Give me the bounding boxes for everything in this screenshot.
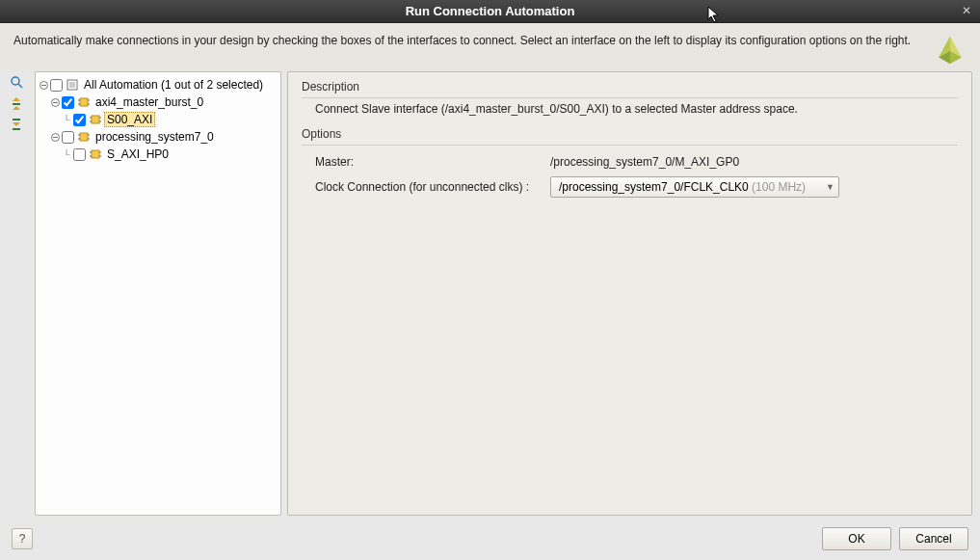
root-checkbox[interactable] — [50, 79, 63, 92]
titlebar[interactable]: Run Connection Automation ✕ — [0, 0, 980, 23]
search-icon[interactable] — [8, 73, 25, 91]
master-label: Master: — [315, 155, 550, 169]
chevron-down-icon: ▼ — [826, 182, 834, 192]
tree-root-label: All Automation (1 out of 2 selected) — [81, 77, 266, 93]
clock-connection-dropdown[interactable]: /processing_system7_0/FCLK_CLK0 (100 MHz… — [550, 176, 839, 198]
block-icon — [66, 79, 78, 91]
expand-all-icon[interactable] — [8, 116, 25, 133]
item-checkbox[interactable] — [73, 114, 86, 126]
svg-rect-28 — [92, 150, 99, 158]
ip-icon — [90, 148, 101, 160]
master-value: /processing_system7_0/M_AXI_GP0 — [550, 155, 958, 169]
svg-rect-11 — [80, 98, 88, 106]
options-heading: Options — [302, 127, 958, 146]
svg-rect-23 — [80, 133, 88, 141]
details-panel: Description Connect Slave interface (/ax… — [287, 71, 972, 516]
expand-toggle-icon[interactable] — [49, 131, 61, 143]
svg-line-1 — [18, 84, 22, 88]
expand-toggle-icon[interactable] — [49, 96, 61, 108]
svg-rect-8 — [69, 82, 75, 88]
content-area: All Automation (1 out of 2 selected) axi… — [0, 71, 980, 523]
clock-label: Clock Connection (for unconnected clks) … — [315, 180, 550, 194]
automation-tree[interactable]: All Automation (1 out of 2 selected) axi… — [35, 71, 281, 516]
dialog-window: Run Connection Automation ✕ Automaticall… — [0, 0, 980, 560]
tree-item[interactable]: axi4_master_burst_0 — [38, 93, 278, 111]
item-checkbox[interactable] — [73, 148, 86, 161]
cancel-button[interactable]: Cancel — [899, 527, 968, 550]
ip-icon — [90, 114, 101, 125]
clock-value: /processing_system7_0/FCLK_CLK0 — [559, 180, 749, 194]
svg-rect-16 — [92, 116, 99, 123]
svg-point-0 — [12, 77, 19, 85]
vivado-logo-icon — [934, 33, 967, 66]
description-text: Connect Slave interface (/axi4_master_bu… — [302, 98, 958, 118]
tree-item-label: S00_AXI — [104, 112, 155, 127]
tree-item-label: S_AXI_HP0 — [104, 147, 172, 162]
tree-item[interactable]: processing_system7_0 — [38, 128, 278, 146]
clock-hint: (100 MHz) — [752, 180, 806, 194]
tree-item-label: processing_system7_0 — [93, 129, 217, 145]
svg-rect-2 — [13, 103, 20, 105]
ok-button[interactable]: OK — [822, 527, 891, 550]
ip-icon — [78, 96, 90, 108]
svg-rect-4 — [13, 128, 20, 130]
dialog-footer: ? OK Cancel — [0, 523, 980, 560]
tree-item[interactable]: └ S00_AXI — [38, 111, 278, 128]
tree-item[interactable]: └ S_AXI_HP0 — [38, 146, 278, 163]
dialog-header: Automatically make connections in your d… — [0, 23, 980, 71]
item-checkbox[interactable] — [62, 96, 74, 109]
header-description: Automatically make connections in your d… — [13, 33, 934, 49]
tree-root[interactable]: All Automation (1 out of 2 selected) — [38, 76, 278, 93]
cursor-icon — [707, 6, 721, 23]
ip-icon — [78, 131, 90, 143]
tree-item-label: axi4_master_burst_0 — [93, 94, 206, 110]
description-heading: Description — [302, 80, 958, 98]
tree-toolbar — [8, 71, 29, 516]
tree-connector-icon: └ — [61, 146, 72, 163]
close-icon[interactable]: ✕ — [959, 4, 974, 19]
help-button[interactable]: ? — [12, 528, 33, 549]
svg-rect-3 — [13, 119, 20, 120]
window-title: Run Connection Automation — [406, 4, 575, 18]
tree-connector-icon: └ — [61, 111, 72, 128]
help-icon: ? — [19, 532, 26, 546]
expand-toggle-icon[interactable] — [38, 79, 49, 91]
collapse-all-icon[interactable] — [8, 94, 25, 112]
item-checkbox[interactable] — [62, 131, 74, 144]
